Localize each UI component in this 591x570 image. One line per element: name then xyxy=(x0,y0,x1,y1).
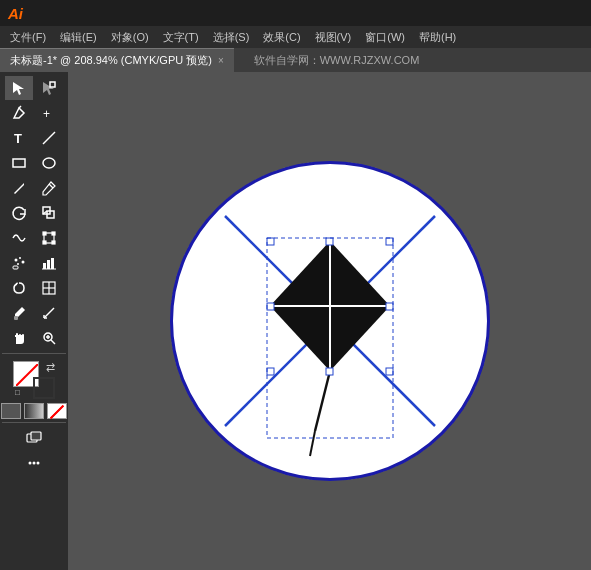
left-toolbar: + T xyxy=(0,72,68,570)
color-mode-row xyxy=(1,403,67,419)
menu-window[interactable]: 窗口(W) xyxy=(359,28,411,47)
brush-tool[interactable] xyxy=(5,176,33,200)
selection-handle-tc xyxy=(326,238,333,245)
kite-string xyxy=(315,371,330,431)
app-logo: Ai xyxy=(8,5,23,22)
svg-line-31 xyxy=(44,308,54,318)
svg-rect-25 xyxy=(51,258,54,269)
svg-marker-1 xyxy=(43,82,54,95)
svg-rect-24 xyxy=(47,260,50,269)
menu-view[interactable]: 视图(V) xyxy=(309,28,358,47)
tool-row-transform xyxy=(2,201,66,225)
kite-tail xyxy=(310,431,315,456)
stroke-color[interactable] xyxy=(33,377,55,399)
svg-rect-16 xyxy=(43,241,46,244)
add-anchor-tool[interactable]: + xyxy=(35,101,63,125)
pencil-tool[interactable] xyxy=(35,176,63,200)
svg-point-19 xyxy=(19,257,21,259)
tool-row-eyedrop xyxy=(2,301,66,325)
svg-rect-15 xyxy=(52,232,55,235)
canvas-area xyxy=(68,72,591,570)
no-color-button[interactable] xyxy=(47,403,67,419)
selection-handle-tr xyxy=(386,238,393,245)
slice-tool[interactable] xyxy=(35,276,63,300)
title-bar: Ai xyxy=(0,0,591,26)
color-area: ⇄ □ xyxy=(1,361,67,419)
type-tool[interactable]: T xyxy=(5,126,33,150)
menu-select[interactable]: 选择(S) xyxy=(207,28,256,47)
svg-point-18 xyxy=(15,259,18,262)
menu-effect[interactable]: 效果(C) xyxy=(257,28,306,47)
selection-handle-bl xyxy=(267,368,274,375)
svg-rect-22 xyxy=(13,266,18,269)
drawing-canvas xyxy=(170,161,490,481)
free-transform-tool[interactable] xyxy=(35,226,63,250)
svg-rect-23 xyxy=(43,263,46,269)
line-tool[interactable] xyxy=(35,126,63,150)
svg-point-43 xyxy=(37,462,40,465)
direct-select-tool[interactable] xyxy=(35,76,63,100)
swap-colors-icon[interactable]: ⇄ xyxy=(46,361,55,374)
svg-rect-30 xyxy=(14,316,18,320)
svg-line-9 xyxy=(49,184,53,188)
measure-tool[interactable] xyxy=(35,301,63,325)
svg-rect-7 xyxy=(13,159,25,167)
warp-tool[interactable] xyxy=(5,226,33,250)
more-tools-button[interactable] xyxy=(20,451,48,475)
svg-point-20 xyxy=(22,261,25,264)
menu-text[interactable]: 文字(T) xyxy=(157,28,205,47)
menu-edit[interactable]: 编辑(E) xyxy=(54,28,103,47)
tool-row-more xyxy=(2,451,66,475)
menu-file[interactable]: 文件(F) xyxy=(4,28,52,47)
change-screen-button[interactable] xyxy=(20,426,48,450)
color-swatches: ⇄ □ xyxy=(13,361,55,399)
select-tool[interactable] xyxy=(5,76,33,100)
active-tab[interactable]: 未标题-1* @ 208.94% (CMYK/GPU 预览) × xyxy=(0,48,234,72)
ellipse-tool[interactable] xyxy=(35,151,63,175)
symbol-sprayer-tool[interactable] xyxy=(5,251,33,275)
rotate-tool[interactable] xyxy=(5,201,33,225)
default-colors-icon[interactable]: □ xyxy=(15,388,20,397)
tab-secondary-label: 软件自学网：WWW.RJZXW.COM xyxy=(244,50,430,71)
selection-handle-br xyxy=(386,368,393,375)
svg-point-8 xyxy=(43,158,55,168)
canvas-svg xyxy=(170,161,490,481)
svg-rect-14 xyxy=(43,232,46,235)
rect-tool[interactable] xyxy=(5,151,33,175)
tab-label: 未标题-1* @ 208.94% (CMYK/GPU 预览) xyxy=(10,53,212,68)
selection-handle-bc xyxy=(326,368,333,375)
svg-line-3 xyxy=(19,106,21,108)
selection-handle-ml xyxy=(267,303,274,310)
svg-point-21 xyxy=(17,263,19,265)
svg-rect-2 xyxy=(50,82,55,87)
tool-row-zoom xyxy=(2,326,66,350)
toolbar-separator-1 xyxy=(2,353,66,354)
selection-handle-mr xyxy=(386,303,393,310)
column-graph-tool[interactable] xyxy=(35,251,63,275)
tool-row-warp xyxy=(2,226,66,250)
tool-row-symbol xyxy=(2,251,66,275)
tool-row-select xyxy=(2,76,66,100)
tool-row-slice xyxy=(2,276,66,300)
hand-tool[interactable] xyxy=(5,326,33,350)
tab-bar: 未标题-1* @ 208.94% (CMYK/GPU 预览) × 软件自学网：W… xyxy=(0,48,591,72)
svg-marker-0 xyxy=(13,82,24,95)
scale-tool[interactable] xyxy=(35,201,63,225)
zoom-tool[interactable] xyxy=(35,326,63,350)
eyedropper-tool[interactable] xyxy=(5,301,33,325)
lasso-tool[interactable] xyxy=(5,276,33,300)
no-kite-sign xyxy=(170,161,490,481)
solid-color-button[interactable] xyxy=(1,403,21,419)
svg-rect-40 xyxy=(31,432,41,440)
gradient-button[interactable] xyxy=(24,403,44,419)
svg-point-42 xyxy=(33,462,36,465)
tab-close-button[interactable]: × xyxy=(218,55,224,66)
menu-help[interactable]: 帮助(H) xyxy=(413,28,462,47)
tool-row-screens xyxy=(2,426,66,450)
pen-tool[interactable] xyxy=(5,101,33,125)
tool-row-type: T xyxy=(2,126,66,150)
menu-object[interactable]: 对象(O) xyxy=(105,28,155,47)
tool-row-shape xyxy=(2,151,66,175)
svg-rect-17 xyxy=(52,241,55,244)
toolbar-separator-2 xyxy=(2,422,66,423)
